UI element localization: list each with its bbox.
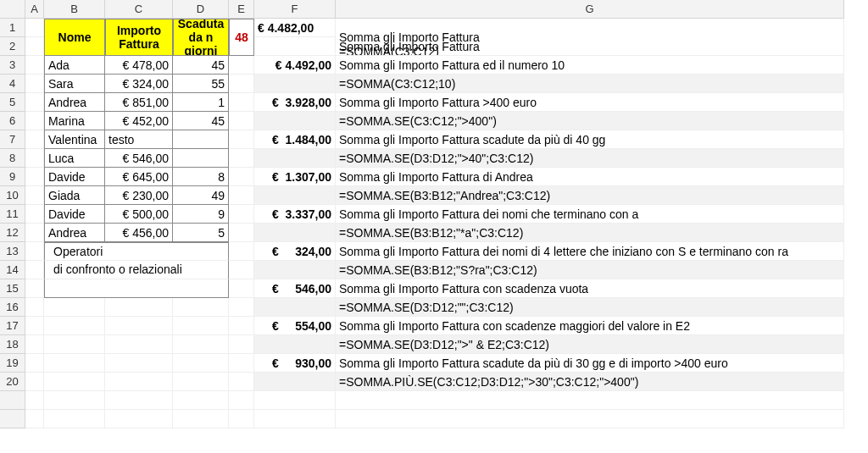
cell-17-5[interactable] [229,317,254,335]
cell-13-5[interactable] [229,242,254,261]
cell-19-4[interactable] [173,354,229,373]
cell-importo-4[interactable]: € 324,00 [105,75,173,93]
cell-18-5[interactable] [229,335,254,354]
result-8-valpad[interactable] [254,335,336,354]
cell-22-7[interactable] [336,410,844,428]
cell-16-3[interactable] [105,298,173,317]
cell-giorni-12[interactable]: 5 [173,224,229,242]
result-1-desc[interactable]: Somma gli Importo Fattura ed il numero 1… [336,56,844,75]
cell-14-1[interactable] [25,261,44,279]
cell-nome-6[interactable]: Marina [44,112,105,130]
result-6-val[interactable]: € 324,00 [254,242,336,261]
result-1-valpad[interactable] [254,75,336,93]
result-3-valpad[interactable] [254,149,336,168]
result-2-valpad[interactable] [254,112,336,130]
result-5-valpad[interactable] [254,224,336,242]
note-line2[interactable]: di confronto o relazionali [44,261,229,279]
cell-18-3[interactable] [105,335,173,354]
result-4-valpad[interactable] [254,186,336,205]
cell-22-5[interactable] [229,410,254,428]
cell-nome-10[interactable]: Giada [44,186,105,205]
result-4-formula[interactable]: =SOMMA.SE(B3:B12;"Andrea";C3:C12) [336,186,844,205]
note-line1[interactable]: Operatori [44,242,229,261]
cell-12-5[interactable] [229,224,254,242]
cell-18-1[interactable] [25,335,44,354]
cell-21-4[interactable] [173,391,229,410]
cell-giorni-3[interactable]: 45 [173,56,229,75]
cell-19-1[interactable] [25,354,44,373]
cell-3-5[interactable] [229,56,254,75]
result-5-desc[interactable]: Somma gli Importo Fattura dei nomi che t… [336,205,844,224]
cell-1-1[interactable] [25,19,44,37]
result-8-val[interactable]: € 554,00 [254,317,336,335]
cell-11-1[interactable] [25,205,44,224]
cell-16-4[interactable] [173,298,229,317]
cell-2-1[interactable] [25,37,44,56]
cell-16-5[interactable] [229,298,254,317]
cell-importo-10[interactable]: € 230,00 [105,186,173,205]
cell-18-4[interactable] [173,335,229,354]
cell-importo-6[interactable]: € 452,00 [105,112,173,130]
result-8-formula[interactable]: =SOMMA.SE(D3:D12;">" & E2;C3:C12) [336,335,844,354]
spreadsheet-grid[interactable]: ABCDEFG1NomeImporto FatturaScaduta da n … [0,0,868,428]
cell-4-1[interactable] [25,75,44,93]
cell-nome-9[interactable]: Davide [44,168,105,186]
result-3-val[interactable]: € 1.484,00 [254,130,336,149]
cell-7-1[interactable] [25,130,44,149]
cell-giorni-10[interactable]: 49 [173,186,229,205]
result-5-formula[interactable]: =SOMMA.SE(B3:B12;"*a";C3:C12) [336,224,844,242]
result-5-val[interactable]: € 3.337,00 [254,205,336,224]
cell-13-1[interactable] [25,242,44,261]
cell-8-5[interactable] [229,149,254,168]
cell-11-5[interactable] [229,205,254,224]
result-6-formula[interactable]: =SOMMA.SE(B3:B12;"S?ra";C3:C12) [336,261,844,279]
result-2-desc[interactable]: Somma gli Importo Fattura >400 euro [336,93,844,112]
result-6-valpad[interactable] [254,261,336,279]
cell-22-2[interactable] [44,410,105,428]
cell-21-3[interactable] [105,391,173,410]
cell-9-1[interactable] [25,168,44,186]
cell-giorni-9[interactable]: 8 [173,168,229,186]
cell-14-5[interactable] [229,261,254,279]
cell-7-5[interactable] [229,130,254,149]
result-8-desc[interactable]: Somma gli Importo Fattura con scadenze m… [336,317,844,335]
cell-e2[interactable]: 48 [229,19,254,56]
result-3-formula[interactable]: =SOMMA.SE(D3:D12;">40";C3:C12) [336,149,844,168]
header-scaduta[interactable]: Scaduta da n giorni [173,19,229,56]
cell-giorni-11[interactable]: 9 [173,205,229,224]
cell-17-2[interactable] [44,317,105,335]
cell-20-1[interactable] [25,373,44,391]
cell-nome-11[interactable]: Davide [44,205,105,224]
cell-19-2[interactable] [44,354,105,373]
note-pad[interactable] [44,279,229,298]
header-nome[interactable]: Nome [44,19,105,56]
cell-17-3[interactable] [105,317,173,335]
result-7-formula[interactable]: =SOMMA.SE(D3:D12;"";C3:C12) [336,298,844,317]
cell-9-5[interactable] [229,168,254,186]
cell-18-2[interactable] [44,335,105,354]
result-0-desc[interactable]: Somma gli Importo Fattura [336,37,844,56]
result-9-desc[interactable]: Somma gli Importo Fattura scadute da più… [336,354,844,373]
result-1-val[interactable]: € 4.492,00 [254,56,336,75]
cell-15-5[interactable] [229,279,254,298]
cell-16-1[interactable] [25,298,44,317]
cell-giorni-5[interactable]: 1 [173,93,229,112]
cell-12-1[interactable] [25,224,44,242]
cell-nome-5[interactable]: Andrea [44,93,105,112]
result-3-desc[interactable]: Somma gli Importo Fattura scadute da più… [336,130,844,149]
cell-10-5[interactable] [229,186,254,205]
cell-importo-5[interactable]: € 851,00 [105,93,173,112]
result-1-formula[interactable]: =SOMMA(C3:C12;10) [336,75,844,93]
cell-21-5[interactable] [229,391,254,410]
cell-22-4[interactable] [173,410,229,428]
result-2-val[interactable]: € 3.928,00 [254,93,336,112]
cell-22-1[interactable] [25,410,44,428]
cell-22-6[interactable] [254,410,336,428]
result-7-desc[interactable]: Somma gli Importo Fattura con scadenza v… [336,279,844,298]
cell-10-1[interactable] [25,186,44,205]
cell-4-5[interactable] [229,75,254,93]
cell-giorni-6[interactable]: 45 [173,112,229,130]
result-7-val[interactable]: € 546,00 [254,279,336,298]
cell-21-6[interactable] [254,391,336,410]
header-importo[interactable]: Importo Fattura [105,19,173,56]
